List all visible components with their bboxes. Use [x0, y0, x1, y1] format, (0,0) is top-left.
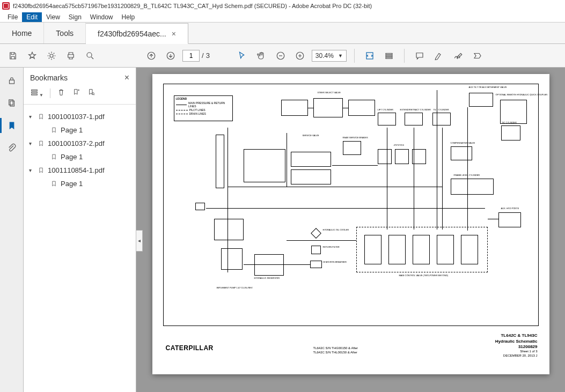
fit-width-button[interactable]: [362, 48, 377, 63]
svg-rect-11: [9, 100, 13, 105]
find-button[interactable]: [83, 48, 98, 63]
menu-file[interactable]: File: [3, 12, 22, 22]
svg-rect-7: [386, 53, 392, 54]
close-panel-button[interactable]: ×: [124, 73, 129, 83]
menu-bar: File Edit View Sign Window Help: [0, 12, 565, 23]
svg-point-1: [87, 53, 92, 57]
svg-rect-10: [9, 80, 14, 84]
tab-home[interactable]: Home: [0, 23, 44, 43]
zoom-value: 30.4%: [315, 52, 334, 60]
brand-logo: CATERPILLAR: [166, 344, 214, 352]
bookmarks-tree: ▾1001001037-1.pdf ▾Page 1 ▾1001001037-2.…: [24, 105, 136, 196]
highlight-button[interactable]: [431, 48, 446, 63]
print-button[interactable]: [63, 48, 78, 63]
bookmarks-title: Bookmarks: [30, 73, 68, 82]
svg-rect-14: [32, 92, 38, 93]
chevron-down-icon: ▼: [338, 53, 343, 58]
tab-document[interactable]: f2430fbd26954aec... ×: [86, 23, 188, 44]
svg-rect-9: [386, 57, 392, 58]
zoom-in-button[interactable]: [292, 48, 307, 63]
menu-help[interactable]: Help: [118, 12, 140, 22]
attachments-icon[interactable]: [6, 143, 17, 153]
new-bookmark-button[interactable]: [72, 88, 80, 99]
main-area: Bookmarks × ▼ ▾1001001037-1.pdf ▾Page 1 …: [0, 68, 565, 392]
hand-tool[interactable]: [254, 48, 269, 63]
page-indicator: / 3: [182, 50, 210, 62]
delete-bookmark-button[interactable]: [57, 88, 65, 99]
page-up-button[interactable]: [144, 48, 159, 63]
menu-view[interactable]: View: [42, 12, 64, 22]
tab-bar: Home Tools f2430fbd26954aec... ×: [0, 23, 565, 44]
svg-rect-8: [386, 55, 392, 56]
page-total: 3: [206, 51, 210, 60]
menu-window[interactable]: Window: [86, 12, 118, 22]
sign-button[interactable]: [451, 48, 466, 63]
bookmark-item[interactable]: ▾Page 1: [27, 177, 133, 190]
find-bookmark-button[interactable]: [87, 88, 96, 99]
page-sep: /: [202, 51, 204, 60]
footer-title-block: TL642C & TL943C Hydraulic Schematic 3120…: [495, 333, 538, 358]
bookmark-item[interactable]: ▾Page 1: [27, 150, 133, 164]
bookmark-item[interactable]: ▾Page 1: [27, 123, 133, 137]
bookmarks-tools: ▼: [24, 87, 136, 105]
close-icon[interactable]: ×: [172, 29, 176, 38]
window-title: f2430fbd26954aeca575cb571967be1931200829…: [13, 3, 372, 9]
bookmark-item[interactable]: ▾1001001037-1.pdf: [27, 110, 133, 123]
document-page: LEGEND MAIN PRESSURE & RETURN LINES PILO…: [152, 74, 549, 374]
star-button[interactable]: [25, 48, 40, 63]
svg-rect-12: [10, 101, 14, 106]
more-tools-button[interactable]: [470, 48, 485, 63]
collapse-panel-button[interactable]: ◂: [136, 230, 143, 252]
comment-button[interactable]: [412, 48, 427, 63]
page-display-button[interactable]: [381, 48, 397, 63]
toolbar: / 3 30.4% ▼: [0, 44, 565, 68]
footer-models: TL642C S/N THG00150 & After TL642C S/N T…: [313, 346, 358, 355]
bookmarks-options-button[interactable]: ▼: [30, 88, 43, 99]
bookmark-item[interactable]: ▾1001001037-2.pdf: [27, 137, 133, 150]
document-viewport[interactable]: ◂ LEGEND MAIN PRESSURE & RETURN LINES PI…: [136, 68, 565, 392]
tab-document-label: f2430fbd26954aec...: [98, 29, 166, 38]
svg-rect-15: [32, 94, 38, 95]
window-title-bar: f2430fbd26954aeca575cb571967be1931200829…: [0, 0, 565, 12]
bookmark-item[interactable]: ▾1001110854-1.pdf: [27, 164, 133, 177]
bookmarks-panel: Bookmarks × ▼ ▾1001001037-1.pdf ▾Page 1 …: [24, 68, 136, 392]
zoom-dropdown[interactable]: 30.4% ▼: [312, 50, 347, 62]
svg-rect-13: [32, 90, 38, 91]
lock-icon[interactable]: [6, 75, 17, 86]
page-input[interactable]: [182, 50, 200, 62]
page-down-button[interactable]: [163, 48, 178, 63]
menu-sign[interactable]: Sign: [64, 12, 86, 22]
svg-point-0: [50, 54, 53, 57]
left-rail: [0, 68, 24, 392]
legend-box: LEGEND MAIN PRESSURE & RETURN LINES PILO…: [174, 95, 233, 121]
select-tool[interactable]: [234, 48, 250, 63]
share-button[interactable]: [44, 48, 59, 63]
save-button[interactable]: [5, 48, 20, 63]
thumbnails-icon[interactable]: [6, 98, 17, 108]
zoom-out-button[interactable]: [273, 48, 288, 63]
tab-tools[interactable]: Tools: [44, 23, 86, 43]
bookmarks-icon[interactable]: [6, 120, 17, 131]
pdf-icon: [2, 2, 10, 10]
menu-edit[interactable]: Edit: [22, 12, 42, 22]
